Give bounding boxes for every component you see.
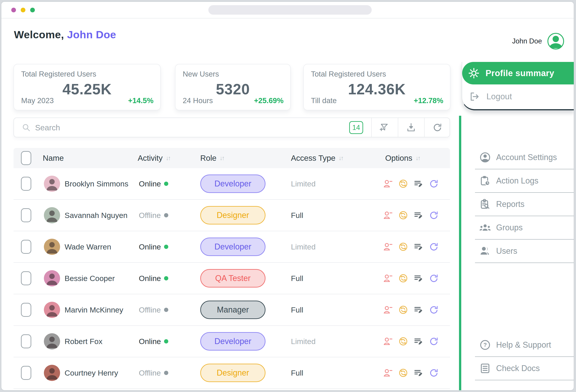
sync-circle-icon[interactable] — [398, 178, 409, 189]
user-name-label: John Doe — [512, 37, 542, 45]
reload-icon[interactable] — [428, 273, 439, 284]
filter-button[interactable] — [372, 118, 397, 137]
window-maximize-button[interactable] — [30, 8, 35, 12]
table-row[interactable]: Robert Fox Online Developer Limited — [13, 326, 450, 357]
reload-icon[interactable] — [428, 336, 439, 347]
table-row[interactable]: Savannah Nguyen Offline Designer Full — [13, 200, 450, 231]
activity-status: Offline — [139, 369, 168, 377]
row-checkbox[interactable] — [21, 271, 31, 285]
avatar — [44, 270, 60, 286]
download-button[interactable] — [399, 118, 424, 137]
reload-icon[interactable] — [428, 367, 439, 378]
user-name: Robert Fox — [65, 337, 102, 346]
browser-topbar — [1, 2, 574, 18]
remove-user-icon[interactable] — [382, 273, 393, 284]
sidebar-item-help-support[interactable]: ? Help & Support — [475, 333, 574, 357]
stat-card-new-users: New Users 5320 24 Hours +25.69% — [175, 64, 291, 110]
stat-card-total-users-alltime: Total Registered Users 124.36K Till date… — [303, 64, 450, 110]
row-checkbox[interactable] — [21, 208, 31, 222]
avatar — [44, 365, 60, 381]
row-options — [382, 210, 439, 221]
reload-icon[interactable] — [428, 241, 439, 252]
table-body: Brooklyn Simmons Online Developer Limite… — [13, 168, 450, 389]
window-minimize-button[interactable] — [21, 8, 26, 12]
edit-list-icon[interactable] — [413, 210, 424, 221]
sync-circle-icon[interactable] — [398, 210, 409, 221]
role-badge: Designer — [200, 206, 265, 224]
column-activity: Activity — [138, 153, 163, 163]
clipboard-clock-icon — [479, 175, 491, 187]
sidebar-item-reports[interactable]: Reports — [475, 193, 574, 216]
stat-value: 45.25K — [14, 81, 160, 98]
groups-icon — [479, 222, 491, 234]
user-name: Savannah Nguyen — [65, 211, 128, 220]
access-type: Full — [291, 211, 303, 220]
table-row[interactable]: Marvin McKinney Offline Manager Full — [13, 294, 450, 326]
reload-icon[interactable] — [428, 210, 439, 221]
sidebar-item-groups[interactable]: Groups — [475, 216, 574, 240]
table-row[interactable]: Brooklyn Simmons Online Developer Limite… — [13, 168, 450, 200]
status-dot-icon — [164, 339, 168, 344]
edit-list-icon[interactable] — [413, 367, 424, 378]
sync-circle-icon[interactable] — [398, 367, 409, 378]
remove-user-icon[interactable] — [382, 367, 393, 378]
remove-user-icon[interactable] — [382, 304, 393, 315]
address-bar[interactable] — [208, 5, 372, 15]
row-checkbox[interactable] — [21, 240, 31, 254]
sync-circle-icon[interactable] — [398, 273, 409, 284]
table-row[interactable]: Courtney Henry Offline Designer Full — [13, 357, 450, 389]
role-badge: Developer — [200, 238, 265, 256]
sidebar-item-action-logs[interactable]: Action Logs — [475, 169, 574, 193]
access-type: Limited — [291, 180, 316, 188]
edit-list-icon[interactable] — [413, 304, 424, 315]
sort-access-icon[interactable]: ↓↑ — [339, 155, 343, 162]
sync-circle-icon[interactable] — [398, 241, 409, 252]
select-all-checkbox[interactable] — [21, 151, 31, 165]
remove-user-icon[interactable] — [382, 241, 393, 252]
table-header: Name Activity↓↑ Role↓↑ Access Type↓↑ Opt… — [13, 148, 450, 168]
toolbar-divider — [398, 118, 398, 137]
row-checkbox[interactable] — [21, 177, 31, 191]
user-chip[interactable]: John Doe — [512, 32, 565, 50]
sort-activity-icon[interactable]: ↓↑ — [166, 155, 170, 162]
filter-count-badge[interactable]: 14 — [349, 121, 363, 134]
edit-list-icon[interactable] — [413, 336, 424, 347]
status-dot-icon — [164, 371, 168, 375]
search-input[interactable] — [35, 118, 328, 137]
remove-user-icon[interactable] — [382, 336, 393, 347]
sync-circle-icon[interactable] — [398, 304, 409, 315]
user-name: Brooklyn Simmons — [65, 180, 128, 188]
search-icon — [22, 123, 31, 132]
row-checkbox[interactable] — [21, 303, 31, 317]
activity-status: Online — [139, 242, 168, 251]
sort-options-icon[interactable]: ↓↑ — [416, 155, 420, 162]
table-row[interactable]: Bessie Cooper Online QA Tester Full — [13, 263, 450, 294]
edit-list-icon[interactable] — [413, 241, 424, 252]
edit-list-icon[interactable] — [413, 178, 424, 189]
reload-icon[interactable] — [428, 304, 439, 315]
role-badge: Manager — [200, 301, 265, 319]
stat-period: May 2023 — [21, 96, 54, 105]
window-close-button[interactable] — [11, 8, 16, 12]
sidebar-item-users[interactable]: Users — [475, 240, 574, 263]
avatar — [44, 333, 60, 349]
row-checkbox[interactable] — [21, 334, 31, 348]
remove-user-icon[interactable] — [382, 210, 393, 221]
edit-list-icon[interactable] — [413, 273, 424, 284]
row-checkbox[interactable] — [21, 366, 31, 380]
reload-icon[interactable] — [428, 178, 439, 189]
sidebar-item-account-settings[interactable]: Account Settings — [475, 146, 574, 169]
refresh-button[interactable] — [425, 118, 450, 137]
app-window: Welcome, John Doe John Doe Total Registe… — [1, 1, 574, 391]
access-type: Limited — [291, 337, 316, 346]
table-row[interactable]: Wade Warren Online Developer Limited — [13, 231, 450, 263]
user-name: Courtney Henry — [65, 369, 118, 377]
remove-user-icon[interactable] — [382, 178, 393, 189]
sync-circle-icon[interactable] — [398, 336, 409, 347]
sidebar-item-check-docs[interactable]: Check Docs — [475, 357, 574, 380]
profile-summary-button[interactable]: Profile summary — [462, 62, 574, 85]
sort-role-icon[interactable]: ↓↑ — [220, 155, 224, 162]
users-table: Name Activity↓↑ Role↓↑ Access Type↓↑ Opt… — [13, 148, 450, 389]
logout-button[interactable]: Logout — [462, 89, 574, 105]
user-avatar-icon[interactable] — [547, 32, 565, 50]
